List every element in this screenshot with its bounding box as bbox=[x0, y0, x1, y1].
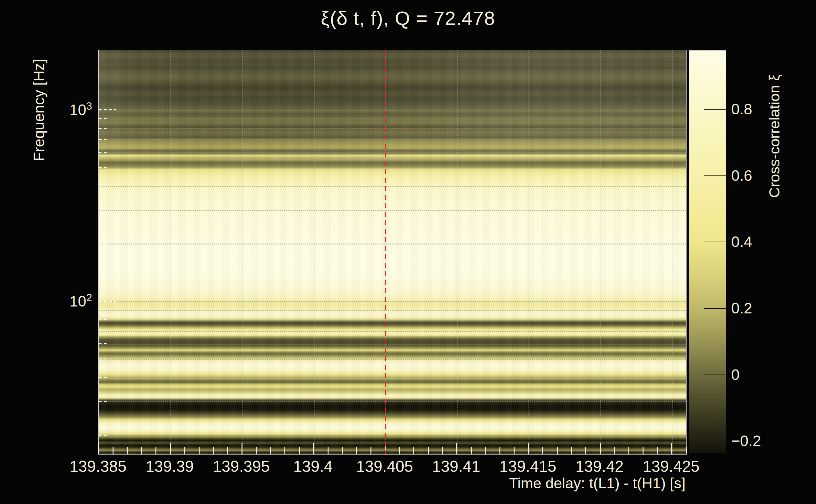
colorbar-tick-label: 0.6 bbox=[731, 167, 752, 184]
colorbar-tick-label: −0.2 bbox=[731, 432, 761, 450]
y-major-gridline bbox=[99, 301, 686, 302]
y-minor-tick bbox=[99, 377, 108, 378]
x-axis-title: Time delay: t(L1) - t(H1) [s] bbox=[402, 474, 686, 492]
y-tick-label: 102 bbox=[50, 293, 92, 310]
colorbar-tick bbox=[704, 441, 726, 441]
y-minor-tick bbox=[99, 343, 108, 344]
x-minor-tick bbox=[184, 447, 185, 454]
x-minor-tick bbox=[270, 447, 271, 454]
y-minor-tick bbox=[99, 128, 108, 129]
y-tick-label: 103 bbox=[50, 101, 92, 118]
x-minor-tick bbox=[485, 447, 486, 454]
x-minor-tick bbox=[471, 447, 472, 454]
x-minor-tick bbox=[514, 447, 514, 454]
x-minor-tick bbox=[371, 447, 371, 454]
y-gridline bbox=[99, 320, 686, 321]
x-minor-tick bbox=[442, 447, 443, 454]
figure-canvas: ξ(δ t, f), Q = 72.478 Frequency [Hz] 139… bbox=[0, 0, 816, 504]
y-minor-tick bbox=[99, 243, 108, 244]
y-minor-tick bbox=[99, 435, 108, 436]
x-minor-tick bbox=[141, 447, 142, 454]
y-minor-tick bbox=[99, 118, 108, 119]
y-gridline bbox=[99, 401, 686, 402]
x-major-tick bbox=[528, 443, 529, 454]
x-tick-label: 139.385 bbox=[70, 457, 127, 476]
x-minor-tick bbox=[585, 447, 586, 454]
colorbar-tick bbox=[704, 109, 726, 110]
y-minor-tick bbox=[99, 139, 108, 140]
y-minor-tick bbox=[99, 330, 108, 331]
x-tick-label: 139.4 bbox=[293, 457, 333, 476]
x-minor-tick bbox=[643, 447, 644, 454]
x-minor-tick bbox=[213, 447, 214, 454]
y-minor-tick bbox=[99, 358, 108, 359]
colorbar-tick bbox=[704, 375, 726, 375]
x-minor-tick bbox=[285, 447, 285, 454]
x-major-tick bbox=[671, 443, 672, 454]
y-gridline bbox=[99, 128, 686, 129]
y-major-gridline bbox=[99, 110, 686, 111]
colorbar-tick-label: 0.4 bbox=[731, 233, 752, 250]
colorbar-tick bbox=[704, 175, 726, 176]
y-minor-tick bbox=[99, 186, 108, 186]
x-minor-tick bbox=[399, 447, 400, 454]
y-minor-tick bbox=[99, 209, 108, 210]
plot-title: ξ(δ t, f), Q = 72.478 bbox=[0, 7, 816, 29]
y-gridline bbox=[99, 359, 686, 360]
time-delay-marker-line bbox=[385, 50, 386, 454]
colorbar-tick-label: 0 bbox=[731, 366, 740, 383]
y-major-tick bbox=[99, 301, 116, 302]
y-minor-tick bbox=[99, 401, 108, 402]
x-minor-tick bbox=[356, 447, 357, 454]
y-gridline bbox=[99, 210, 686, 211]
y-minor-tick bbox=[99, 319, 108, 320]
x-tick-label: 139.41 bbox=[432, 457, 480, 476]
x-minor-tick bbox=[299, 447, 300, 454]
colorbar bbox=[689, 50, 726, 453]
y-axis-title: Frequency [Hz] bbox=[30, 48, 48, 161]
x-minor-tick bbox=[342, 447, 343, 454]
x-minor-tick bbox=[413, 447, 414, 454]
colorbar-tick bbox=[704, 242, 726, 242]
x-minor-tick bbox=[155, 447, 156, 454]
x-major-tick bbox=[313, 443, 314, 454]
y-minor-tick bbox=[99, 152, 108, 153]
x-minor-tick bbox=[657, 447, 658, 454]
y-gridline bbox=[99, 118, 686, 119]
x-tick-label: 139.405 bbox=[356, 457, 413, 476]
y-gridline bbox=[99, 331, 686, 332]
colorbar-tick-label: 0.8 bbox=[731, 100, 752, 118]
x-minor-tick bbox=[542, 447, 543, 454]
x-minor-tick bbox=[127, 447, 128, 454]
x-major-tick bbox=[242, 443, 243, 454]
colorbar-title: Cross-correlation ξ bbox=[766, 47, 783, 198]
plot-area bbox=[98, 50, 687, 455]
x-minor-tick bbox=[112, 447, 113, 454]
x-minor-tick bbox=[499, 447, 500, 454]
colorbar-tick-label: 0.2 bbox=[731, 299, 752, 317]
x-minor-tick bbox=[557, 447, 558, 454]
y-gridline bbox=[99, 310, 686, 311]
y-gridline bbox=[99, 243, 686, 244]
x-tick-label: 139.415 bbox=[499, 457, 556, 476]
x-minor-tick bbox=[198, 447, 199, 454]
x-minor-tick bbox=[686, 447, 687, 454]
y-gridline bbox=[99, 139, 686, 140]
x-minor-tick bbox=[227, 447, 228, 454]
y-gridline bbox=[99, 377, 686, 378]
x-tick-label: 139.39 bbox=[146, 457, 194, 476]
x-major-tick bbox=[600, 443, 600, 454]
x-major-tick bbox=[98, 443, 99, 454]
x-major-tick bbox=[456, 443, 457, 454]
x-minor-tick bbox=[256, 447, 257, 454]
colorbar-tick bbox=[704, 308, 726, 309]
x-tick-label: 139.42 bbox=[575, 457, 624, 476]
x-tick-label: 139.425 bbox=[643, 457, 700, 476]
y-major-tick bbox=[99, 109, 116, 110]
y-gridline bbox=[99, 152, 686, 153]
x-minor-tick bbox=[428, 447, 429, 454]
y-minor-tick bbox=[99, 309, 108, 310]
x-minor-tick bbox=[328, 447, 329, 454]
y-minor-tick bbox=[99, 167, 108, 168]
y-gridline bbox=[99, 435, 686, 436]
